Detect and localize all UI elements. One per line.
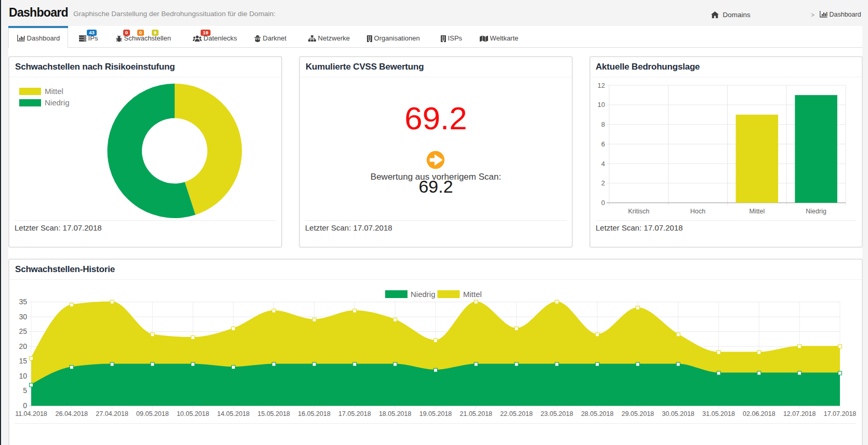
- svg-text:Niedrig: Niedrig: [411, 290, 436, 299]
- svg-text:11.04.2018: 11.04.2018: [15, 410, 47, 417]
- svg-text:17.05.2018: 17.05.2018: [338, 410, 371, 417]
- svg-text:19.05.2018: 19.05.2018: [419, 410, 452, 417]
- svg-text:25: 25: [19, 327, 27, 335]
- svg-text:21.05.2018: 21.05.2018: [460, 410, 493, 417]
- svg-text:27.04.2018: 27.04.2018: [96, 410, 128, 417]
- svg-text:10: 10: [19, 372, 27, 380]
- svg-text:30.05.2018: 30.05.2018: [662, 410, 695, 417]
- svg-text:10.05.2018: 10.05.2018: [177, 410, 209, 417]
- svg-text:0: 0: [23, 401, 27, 410]
- svg-text:23.05.2018: 23.05.2018: [541, 410, 573, 417]
- svg-text:17.07.2018: 17.07.2018: [824, 410, 857, 417]
- svg-text:02.06.2018: 02.06.2018: [743, 410, 775, 417]
- svg-text:Mittel: Mittel: [463, 290, 482, 299]
- svg-text:15: 15: [19, 357, 27, 365]
- svg-text:14.05.2018: 14.05.2018: [217, 410, 250, 417]
- svg-text:29.05.2018: 29.05.2018: [622, 410, 654, 417]
- svg-text:12.07.2018: 12.07.2018: [783, 410, 816, 417]
- svg-text:31.05.2018: 31.05.2018: [702, 410, 735, 417]
- svg-text:28.05.2018: 28.05.2018: [581, 410, 614, 417]
- svg-text:09.05.2018: 09.05.2018: [136, 410, 169, 417]
- svg-text:18.05.2018: 18.05.2018: [379, 410, 412, 417]
- svg-text:5: 5: [23, 386, 27, 395]
- svg-text:26.04.2018: 26.04.2018: [56, 410, 88, 417]
- svg-text:30: 30: [19, 313, 27, 321]
- svg-text:16.05.2018: 16.05.2018: [298, 410, 331, 417]
- svg-text:20: 20: [19, 342, 27, 350]
- svg-text:15.05.2018: 15.05.2018: [258, 410, 291, 417]
- svg-text:22.05.2018: 22.05.2018: [500, 410, 533, 417]
- svg-text:35: 35: [19, 298, 27, 306]
